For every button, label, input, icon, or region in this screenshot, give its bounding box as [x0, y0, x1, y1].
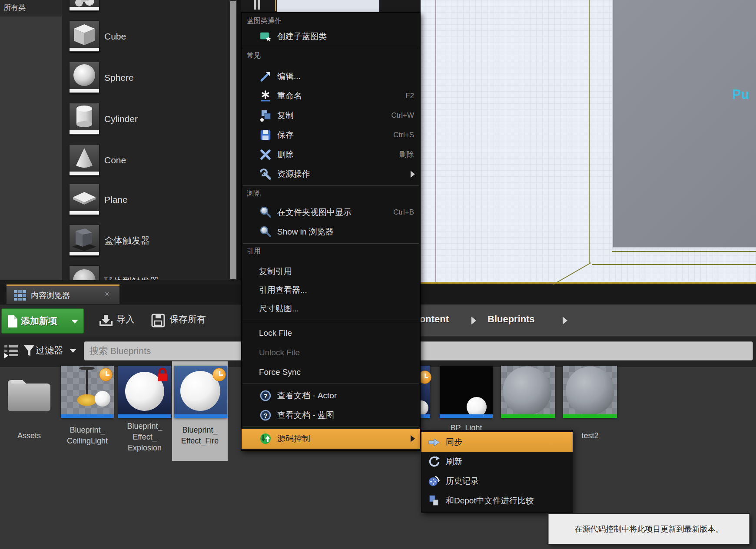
wrench-icon [259, 168, 272, 181]
menu-item-source-control[interactable]: 源码控制 [242, 429, 420, 449]
filter-button[interactable]: 过滤器 [36, 344, 63, 357]
place-item-label: Plane [104, 184, 128, 215]
chevron-down-icon[interactable] [70, 349, 76, 353]
funnel-icon[interactable] [23, 344, 35, 357]
svg-text:?: ? [263, 412, 267, 419]
menu-separator [243, 185, 419, 186]
menu-item-create-child-blueprint[interactable]: 创建子蓝图类 [242, 26, 420, 46]
submenu-arrow-icon [411, 435, 415, 442]
level-viewport[interactable]: Pu [421, 0, 756, 283]
menu-item-asset-actions[interactable]: 资源操作 [242, 164, 420, 184]
place-item-cylinder[interactable]: Cylinder [62, 103, 229, 135]
place-item-sphere[interactable]: Sphere [62, 62, 229, 93]
add-doc-icon [7, 314, 18, 328]
menu-item-view-docs-actor[interactable]: ? 查看文档 - Actor [242, 386, 420, 405]
submenu-item-history[interactable]: 历史记录 [421, 471, 573, 491]
menu-section-header: 浏览 [242, 188, 420, 199]
rename-icon [259, 89, 272, 103]
menu-shortcut: F2 [405, 92, 420, 100]
menu-separator [243, 320, 419, 320]
place-item-label: 盒体触发器 [104, 225, 150, 256]
import-button[interactable]: 导入 [116, 313, 135, 325]
menu-item-rename[interactable]: 重命名 F2 [242, 86, 420, 106]
wall-surface[interactable] [612, 0, 756, 248]
unreal-editor-window: 所有类 Cube Sphere [0, 0, 756, 549]
place-item-label: Cube [104, 21, 126, 52]
place-item-sphere-trigger[interactable]: 球体型触发器 [62, 266, 229, 280]
menu-item-save[interactable]: 保存 Ctrl+S [242, 125, 420, 145]
source-control-submenu: 同步 刷新 历史记录 和Depot中文件进行比较 [421, 430, 573, 513]
save-icon [259, 129, 272, 142]
duplicate-icon [259, 109, 272, 122]
sphere-icon [70, 62, 99, 93]
breadcrumb-arrow-icon[interactable] [563, 317, 567, 324]
cube-icon [70, 21, 99, 52]
all-classes-tab[interactable]: 所有类 [0, 0, 62, 17]
cylinder-icon [70, 103, 99, 135]
submenu-item-diff-against-depot[interactable]: 和Depot中文件进行比较 [421, 491, 573, 510]
list-view-icon[interactable] [3, 344, 19, 359]
tab-content-browser[interactable]: 内容浏览器 × [7, 284, 119, 304]
physics-joint-icon [70, 0, 99, 11]
menu-item-size-map[interactable]: 尺寸贴图... [242, 299, 420, 318]
folder-icon [5, 374, 53, 413]
chevron-down-icon [71, 320, 78, 324]
menu-item-edit[interactable]: 编辑... [242, 66, 420, 86]
menu-item-delete[interactable]: 删除 删除 [242, 145, 420, 164]
selected-brush-outline [589, 0, 590, 263]
menu-shortcut: Ctrl+W [391, 111, 420, 120]
panel-divider [237, 0, 241, 280]
menu-section-header: 引用 [242, 245, 420, 257]
compare-icon [428, 494, 441, 507]
save-all-button[interactable]: 保存所有 [169, 313, 206, 325]
submenu-item-refresh[interactable]: 刷新 [421, 452, 573, 471]
place-item-label: Cone [104, 145, 126, 176]
viewport-border-bottom [421, 282, 756, 284]
help-icon: ? [259, 389, 272, 402]
edit-icon [259, 70, 272, 83]
place-item-box-trigger[interactable]: 盒体触发器 [62, 225, 229, 256]
save-all-icon[interactable] [151, 314, 165, 327]
submenu-arrow-icon [411, 171, 415, 178]
viewport-border-left [275, 0, 276, 11]
menu-item-copy-reference[interactable]: 复制引用 [242, 262, 420, 281]
place-actors-list: Cube Sphere Cylinder Cone [62, 0, 229, 280]
submenu-item-sync[interactable]: 同步 [421, 432, 573, 452]
import-icon[interactable] [99, 314, 114, 328]
breadcrumb: Content Blueprints [374, 305, 756, 337]
place-list-scrollbar[interactable] [229, 0, 237, 280]
sphere-trigger-icon [70, 266, 99, 280]
menu-item-duplicate[interactable]: 复制 Ctrl+W [242, 106, 420, 125]
asset-label: Blueprint_ Effect_Fire [172, 425, 228, 446]
place-item-label: 球体型触发器 [104, 266, 159, 280]
add-new-button[interactable]: 添加新项 [1, 308, 84, 334]
menu-separator [243, 243, 419, 244]
sync-icon [428, 436, 441, 449]
list-item[interactable] [62, 0, 229, 11]
place-item-cone[interactable]: Cone [62, 145, 229, 176]
breadcrumb-blueprints[interactable]: Blueprints [487, 314, 535, 325]
place-item-label: Sphere [104, 62, 134, 93]
menu-item-reference-viewer[interactable]: 引用查看器... [242, 281, 420, 299]
lock-badge [156, 367, 169, 383]
magnifier-icon [259, 225, 272, 238]
magnifier-icon [259, 206, 272, 219]
menu-item-view-docs-blueprint[interactable]: ? 查看文档 - 蓝图 [242, 405, 420, 425]
clock-badge [99, 368, 113, 381]
asset-label: Blueprint_ Effect_ Explosion [116, 421, 174, 453]
place-item-cube[interactable]: Cube [62, 21, 229, 52]
place-item-plane[interactable]: Plane [62, 184, 229, 215]
asset-label: Assets [5, 430, 53, 441]
viewport-watermark: Pu [732, 87, 749, 103]
close-icon[interactable]: × [105, 290, 109, 299]
help-icon: ? [259, 409, 272, 422]
menu-item-force-sync[interactable]: Force Sync [242, 362, 420, 382]
selected-brush-outline [612, 251, 756, 252]
refresh-icon [428, 455, 441, 468]
tab-label: 内容浏览器 [31, 290, 70, 301]
menu-item-lock-file[interactable]: Lock File [242, 323, 420, 343]
menu-item-show-in-folder-view[interactable]: 在文件夹视图中显示 Ctrl+B [242, 202, 420, 222]
cone-icon [70, 145, 99, 176]
menu-separator [243, 48, 419, 48]
menu-item-show-in-explorer[interactable]: Show in 浏览器 [242, 222, 420, 241]
